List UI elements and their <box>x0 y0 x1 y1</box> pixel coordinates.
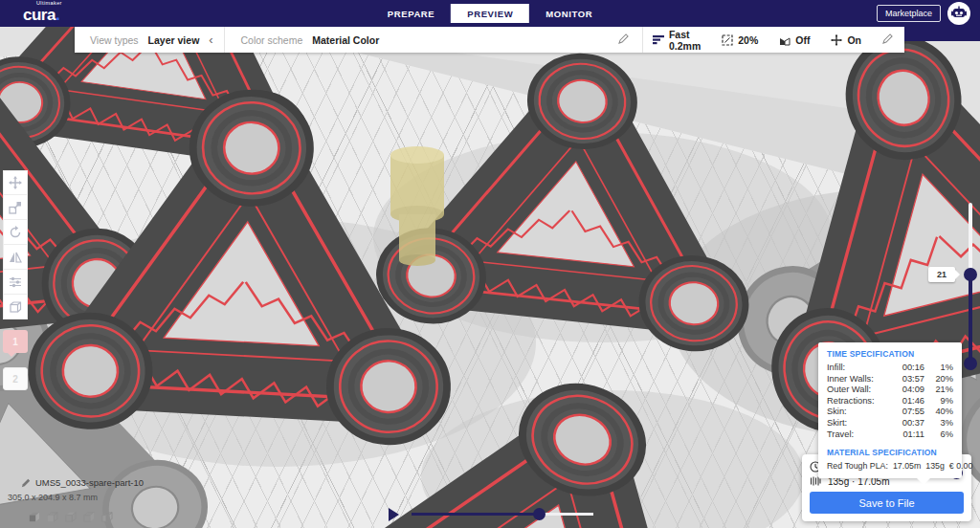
adhesion-icon <box>831 34 842 46</box>
row-time: 00:16 <box>886 363 924 374</box>
row-time: 07:55 <box>886 407 924 418</box>
row-pct: 40% <box>924 407 953 418</box>
row-label: Inner Walls: <box>827 374 886 385</box>
color-scheme-label: Color scheme <box>240 34 302 46</box>
color-scheme-section[interactable]: Color scheme Material Color <box>225 33 642 46</box>
infill-value: 20% <box>738 34 758 46</box>
row-label: Infill: <box>827 363 886 374</box>
view-right-icon[interactable] <box>100 510 113 527</box>
support-blocker-tool-button[interactable] <box>3 295 28 319</box>
view-3d-icon[interactable] <box>28 510 40 527</box>
view-types-label: View types <box>90 34 139 46</box>
view-left-icon[interactable] <box>82 510 95 527</box>
row-label: Retractions: <box>827 396 886 407</box>
time-spec-row: Outer Wall: 04:09 21% <box>827 385 953 396</box>
layer-slider-track-range[interactable] <box>969 275 972 363</box>
view-top-icon[interactable] <box>64 510 77 527</box>
row-label: Travel: <box>827 429 886 441</box>
view-types-section[interactable]: View types Layer view ‹ <box>75 33 224 47</box>
camera-view-buttons <box>28 510 113 527</box>
material-weight: 135g <box>925 461 945 471</box>
cura-window: Ultimakercura. PREPARE PREVIEW MONITOR M… <box>0 0 980 528</box>
scale-tool-button[interactable] <box>3 195 28 220</box>
view-toolbar: View types Layer view ‹ Color scheme Mat… <box>75 27 904 53</box>
row-time: 00:37 <box>886 418 924 429</box>
marketplace-button[interactable]: Marketplace <box>877 5 941 22</box>
rotate-tool-button[interactable] <box>3 220 28 245</box>
time-spec-row: Infill: 00:16 1% <box>827 363 953 374</box>
simulation-play-button[interactable] <box>389 508 399 521</box>
row-time: 04:09 <box>886 385 924 396</box>
row-pct: 21% <box>924 385 953 396</box>
cura-wordmark: cura <box>23 6 56 24</box>
row-time: 01:11 <box>886 429 924 441</box>
time-spec-row: Inner Walls: 03:57 20% <box>827 374 953 385</box>
tab-preview[interactable]: PREVIEW <box>451 4 529 23</box>
row-pct: 1% <box>924 363 953 374</box>
material-cost: € 0.00 <box>949 461 972 471</box>
row-time: 01:46 <box>886 396 924 407</box>
per-model-settings-tool-button[interactable] <box>3 270 28 295</box>
adhesion-setting[interactable]: On <box>831 34 861 46</box>
model-dimensions: 305.0 x 204.9 x 8.7 mm <box>8 493 98 502</box>
support-icon <box>779 34 791 46</box>
tab-monitor[interactable]: MONITOR <box>529 4 609 23</box>
chevron-left-icon[interactable]: ‹ <box>209 33 212 47</box>
layer-height-icon <box>653 34 664 45</box>
support-setting[interactable]: Off <box>779 34 810 46</box>
object-badge-2[interactable]: 2 <box>3 367 28 390</box>
material-length: 17.05m <box>893 461 921 471</box>
account-avatar-icon[interactable] <box>947 1 971 26</box>
simulation-slider-remaining[interactable] <box>539 513 593 516</box>
edit-pencil-icon[interactable] <box>618 33 629 46</box>
time-spec-row: Retractions: 01:46 9% <box>827 396 953 407</box>
object-badge-1[interactable]: 1 <box>3 330 28 353</box>
view-types-value[interactable]: Layer view <box>148 34 200 46</box>
row-time: 03:57 <box>886 374 924 385</box>
time-spec-row: Skin: 07:55 40% <box>827 407 953 418</box>
current-layer-label: 21 <box>928 267 955 282</box>
material-spec-title: MATERIAL SPECIFICATION <box>827 448 953 457</box>
row-pct: 6% <box>924 429 953 441</box>
row-label: Outer Wall: <box>827 385 886 396</box>
time-spec-row: Skirt: 00:37 3% <box>827 418 953 429</box>
edit-print-settings-icon[interactable] <box>882 33 893 46</box>
material-name: Red Tough PLA: <box>827 461 888 471</box>
stage-tabs: PREPARE PREVIEW MONITOR <box>371 4 609 23</box>
left-tool-rail <box>3 170 28 319</box>
row-pct: 9% <box>924 396 953 407</box>
material-spec-row: Red Tough PLA: 17.05m 135g € 0.00 <box>827 461 953 471</box>
row-pct: 20% <box>924 374 953 385</box>
layer-slider-bottom-handle[interactable] <box>964 357 977 370</box>
view-front-icon[interactable] <box>46 510 58 527</box>
infill-setting[interactable]: 20% <box>722 34 758 46</box>
tab-prepare[interactable]: PREPARE <box>371 4 451 23</box>
model-name-row[interactable]: UMS5_0033-spare-part-10 <box>21 477 144 488</box>
infill-icon <box>722 34 733 46</box>
adhesion-value: On <box>847 34 861 46</box>
profile-setting[interactable]: Fast 0.2mm <box>653 29 701 52</box>
time-spec-row: Travel: 01:11 6% <box>827 429 953 441</box>
layer-slider-track-upper[interactable] <box>969 203 972 275</box>
simulation-slider-handle[interactable] <box>533 508 546 520</box>
layer-slider-top-handle[interactable] <box>964 268 977 281</box>
model-name: UMS5_0033-spare-part-10 <box>35 477 144 488</box>
save-to-file-button[interactable]: Save to File <box>810 492 964 514</box>
logo-dot: . <box>56 6 60 24</box>
cura-logo: Ultimakercura. <box>23 1 62 23</box>
color-scheme-value[interactable]: Material Color <box>312 34 379 46</box>
print-settings-summary[interactable]: Fast 0.2mm 20% Off On <box>643 29 904 52</box>
edit-model-name-icon <box>21 478 31 488</box>
support-value: Off <box>795 34 810 46</box>
mirror-tool-button[interactable] <box>3 245 28 270</box>
row-label: Skin: <box>827 407 886 418</box>
time-specification-tooltip: TIME SPECIFICATION Infill: 00:16 1% Inne… <box>818 342 962 478</box>
time-spec-title: TIME SPECIFICATION <box>827 349 953 359</box>
move-tool-button[interactable] <box>3 170 28 195</box>
row-label: Skirt: <box>827 418 886 429</box>
simulation-slider-filled[interactable] <box>412 513 539 516</box>
profile-value: Fast 0.2mm <box>669 29 701 52</box>
row-pct: 3% <box>924 418 953 429</box>
